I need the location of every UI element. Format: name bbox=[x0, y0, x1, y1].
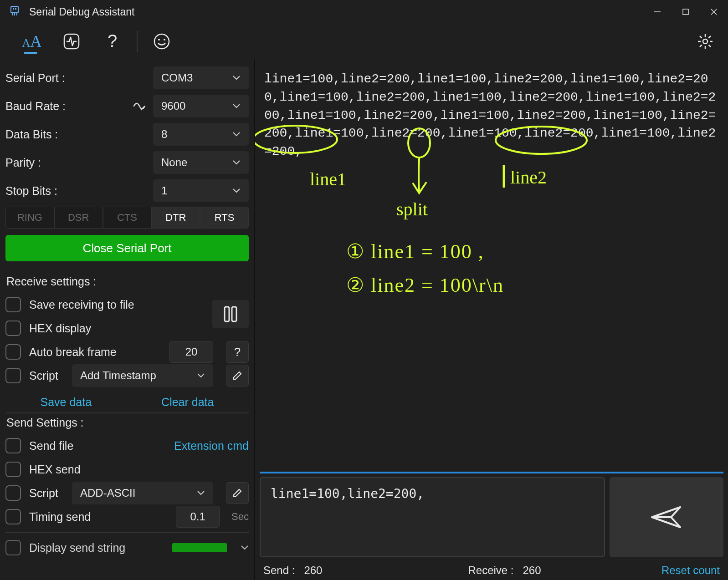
status-bar: Send : 260 Receive : 260 Reset count bbox=[255, 560, 728, 580]
chevron-down-icon bbox=[197, 490, 205, 496]
cts-pill[interactable]: CTS bbox=[103, 207, 152, 229]
svg-text:A: A bbox=[22, 36, 31, 50]
display-send-string-checkbox[interactable] bbox=[5, 540, 21, 555]
annot-note2: ② line2 = 100\r\n bbox=[346, 271, 504, 300]
ring-pill[interactable]: RING bbox=[5, 207, 54, 229]
data-bits-select[interactable]: 8 bbox=[153, 123, 249, 146]
serial-port-label: Serial Port : bbox=[5, 71, 92, 85]
parity-select[interactable]: None bbox=[153, 151, 249, 174]
progress-bar bbox=[172, 543, 227, 552]
auto-break-label: Auto break frame bbox=[29, 346, 117, 359]
annot-line1: line1 bbox=[310, 167, 346, 193]
send-script-select[interactable]: ADD-ASCII bbox=[72, 482, 213, 504]
divider bbox=[5, 412, 249, 413]
signal-pills: RING DSR CTS DTR RTS bbox=[5, 207, 249, 229]
hex-send-label: HEX send bbox=[29, 463, 81, 476]
help-tool-button[interactable]: ? bbox=[92, 28, 133, 55]
svg-rect-26 bbox=[225, 307, 229, 321]
status-send: Send : 260 bbox=[263, 564, 322, 577]
chevron-down-icon bbox=[232, 132, 241, 137]
recv-script-label: Script bbox=[29, 369, 61, 382]
recv-script-select[interactable]: Add Timestamp bbox=[72, 364, 213, 387]
recv-script-edit-button[interactable] bbox=[226, 365, 249, 387]
toolbar: A A ? bbox=[0, 24, 728, 59]
send-button[interactable] bbox=[610, 477, 723, 557]
clear-data-link[interactable]: Clear data bbox=[161, 396, 214, 409]
wave-icon[interactable] bbox=[130, 100, 149, 112]
send-count-value: 260 bbox=[304, 564, 322, 576]
chevron-down-icon bbox=[197, 373, 205, 378]
chevron-down-icon bbox=[241, 545, 249, 550]
send-input[interactable]: line1=100,line2=200, bbox=[260, 477, 605, 557]
close-button[interactable] bbox=[700, 2, 728, 22]
timing-send-label: Timing send bbox=[29, 510, 91, 524]
serial-port-value: COM3 bbox=[161, 71, 193, 84]
receive-text-area[interactable]: line1=100,line2=200,line1=100,line2=200,… bbox=[255, 59, 728, 472]
svg-rect-1 bbox=[13, 8, 14, 10]
close-port-button[interactable]: Close Serial Port bbox=[5, 235, 249, 261]
annot-note1: ① line1 = 100 , bbox=[346, 238, 484, 266]
emoji-tool-button[interactable] bbox=[141, 28, 182, 55]
svg-line-25 bbox=[700, 45, 702, 47]
baud-rate-select[interactable]: 9600 bbox=[153, 95, 249, 117]
svg-line-24 bbox=[709, 36, 711, 38]
parity-value: None bbox=[161, 156, 187, 169]
auto-break-input[interactable]: 20 bbox=[169, 341, 213, 363]
dsr-pill[interactable]: DSR bbox=[54, 207, 103, 229]
timing-send-checkbox[interactable] bbox=[5, 509, 21, 524]
save-data-link[interactable]: Save data bbox=[41, 396, 92, 409]
status-receive: Receive : 260 bbox=[468, 564, 541, 577]
timing-send-input[interactable]: 0.1 bbox=[176, 506, 220, 528]
hex-display-checkbox[interactable] bbox=[5, 321, 21, 336]
svg-rect-27 bbox=[232, 307, 236, 321]
parity-label: Parity : bbox=[5, 156, 92, 169]
waveform-tool-button[interactable] bbox=[51, 28, 92, 55]
send-script-value: ADD-ASCII bbox=[80, 487, 135, 499]
chevron-down-icon bbox=[232, 103, 241, 109]
send-input-value: line1=100,line2=200, bbox=[271, 486, 424, 501]
divider bbox=[5, 532, 249, 533]
main-panel: line1=100,line2=200,line1=100,line2=200,… bbox=[255, 59, 728, 580]
baud-rate-value: 9600 bbox=[161, 100, 185, 112]
chevron-down-icon bbox=[232, 160, 241, 165]
receive-settings-title: Receive settings : bbox=[6, 275, 249, 288]
send-script-label: Script bbox=[29, 487, 61, 500]
annot-split: split bbox=[396, 197, 428, 223]
serial-port-select[interactable]: COM3 bbox=[153, 66, 249, 89]
maximize-button[interactable] bbox=[672, 2, 700, 22]
reset-count-link[interactable]: Reset count bbox=[661, 564, 720, 577]
extension-cmd-link[interactable]: Extension cmd bbox=[174, 439, 249, 453]
svg-point-15 bbox=[158, 39, 160, 41]
send-script-checkbox[interactable] bbox=[5, 485, 21, 501]
font-tool-button[interactable]: A A bbox=[10, 28, 51, 55]
minimize-button[interactable] bbox=[643, 2, 672, 22]
save-file-label: Save receiving to file bbox=[29, 298, 134, 311]
recv-script-checkbox[interactable] bbox=[5, 368, 21, 383]
recv-script-value: Add Timestamp bbox=[80, 369, 156, 382]
svg-line-22 bbox=[700, 36, 702, 38]
svg-rect-7 bbox=[683, 9, 688, 15]
data-bits-value: 8 bbox=[161, 128, 167, 141]
auto-break-help-button[interactable]: ? bbox=[226, 341, 249, 363]
send-icon bbox=[648, 504, 685, 531]
timing-send-unit: Sec bbox=[231, 511, 249, 523]
save-file-checkbox[interactable] bbox=[5, 297, 21, 312]
pause-button[interactable] bbox=[212, 300, 249, 328]
dtr-pill[interactable]: DTR bbox=[151, 207, 200, 229]
hex-display-label: HEX display bbox=[29, 322, 91, 335]
chevron-down-icon bbox=[232, 188, 241, 193]
display-send-string-label: Display send string bbox=[29, 541, 125, 555]
auto-break-checkbox[interactable] bbox=[5, 344, 21, 360]
settings-button[interactable] bbox=[692, 29, 718, 54]
hex-send-checkbox[interactable] bbox=[5, 462, 21, 477]
stop-bits-select[interactable]: 1 bbox=[153, 179, 249, 202]
svg-rect-0 bbox=[11, 6, 18, 13]
app-icon bbox=[7, 5, 22, 19]
svg-point-14 bbox=[154, 34, 169, 49]
send-script-edit-button[interactable] bbox=[226, 482, 249, 504]
rts-pill[interactable]: RTS bbox=[200, 207, 249, 229]
stop-bits-label: Stop Bits : bbox=[5, 184, 92, 198]
window-controls bbox=[643, 2, 728, 22]
titlebar: Serial Debug Assistant bbox=[0, 0, 728, 24]
send-file-checkbox[interactable] bbox=[5, 438, 21, 453]
